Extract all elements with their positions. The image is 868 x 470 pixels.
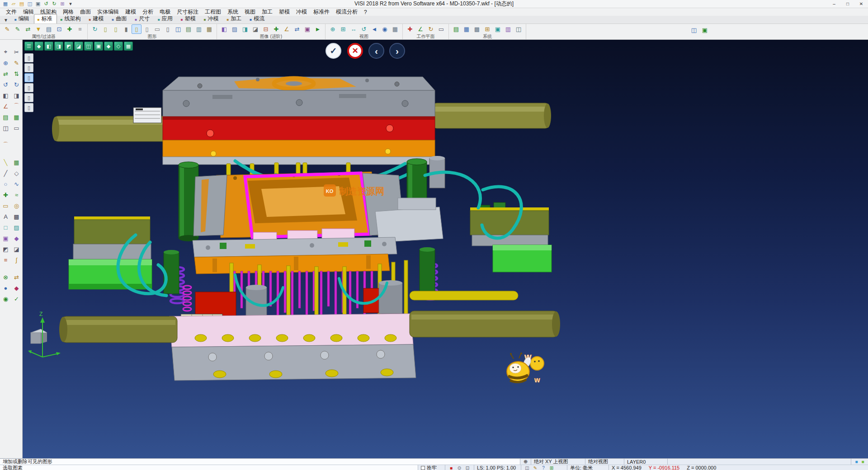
pattern-icon[interactable]: ▨ bbox=[12, 222, 22, 232]
menu-item[interactable]: 塑模 bbox=[276, 8, 293, 16]
view-list-icon[interactable]: ☰ bbox=[24, 42, 33, 51]
top-view-icon[interactable]: ◧ bbox=[44, 42, 53, 51]
corner-icon[interactable]: ◩ bbox=[1, 244, 11, 254]
curve-icon[interactable]: ⌒ bbox=[1, 140, 11, 150]
target-circle-icon[interactable]: ◎ bbox=[12, 201, 22, 211]
edit-element-icon[interactable]: ✎ bbox=[12, 58, 22, 68]
function-icon[interactable]: ∫ bbox=[12, 255, 22, 265]
copy-attributes-icon[interactable]: ✎ bbox=[13, 24, 23, 34]
clipboard-view-5-icon[interactable]: ▯ bbox=[24, 93, 33, 102]
square-icon[interactable]: □ bbox=[1, 222, 11, 232]
selection-filter-icon[interactable]: ⊡ bbox=[54, 24, 64, 34]
right-view-icon[interactable]: ◩ bbox=[64, 42, 73, 51]
hidden-line-mode-icon[interactable]: ▦ bbox=[204, 24, 214, 34]
menu-item[interactable]: 标准件 bbox=[310, 8, 333, 16]
calculator-icon[interactable]: ⊞ bbox=[482, 24, 492, 34]
hide-all-icon[interactable]: ▯ bbox=[163, 24, 173, 34]
ribbon-help-icon[interactable]: ▣ bbox=[700, 25, 710, 35]
print-icon[interactable]: ▣ bbox=[34, 0, 42, 7]
select-icon[interactable]: ⌖ bbox=[1, 47, 11, 57]
ribbon-tab[interactable]: 建模 bbox=[85, 14, 108, 24]
diagonal-line-icon[interactable]: ╱ bbox=[1, 168, 11, 178]
angle-icon[interactable]: ∠ bbox=[1, 101, 11, 111]
capture-status-icon[interactable]: ◫ bbox=[524, 465, 530, 470]
snapshot-icon[interactable]: ▣ bbox=[302, 24, 312, 34]
maximize-button[interactable]: □ bbox=[841, 0, 854, 8]
invert-visibility-icon[interactable]: ▮ bbox=[121, 24, 131, 34]
view-manager-icon[interactable]: ▦ bbox=[390, 24, 400, 34]
hatch-icon[interactable]: ▩ bbox=[12, 212, 22, 221]
chamfer-icon[interactable]: ◪ bbox=[12, 244, 22, 254]
undo-icon[interactable]: ↺ bbox=[42, 0, 50, 7]
copy-rotate-icon[interactable]: ↻ bbox=[12, 80, 22, 89]
quick-access-caret-icon[interactable]: ▾ bbox=[67, 0, 74, 7]
grid-icon[interactable]: ▩ bbox=[472, 24, 482, 34]
pan-icon[interactable]: ↔ bbox=[349, 24, 359, 34]
close-button[interactable]: ✕ bbox=[854, 0, 868, 8]
ribbon-tab[interactable]: 加工 bbox=[223, 14, 246, 24]
gem-icon[interactable]: ◆ bbox=[12, 233, 22, 243]
ribbon-tab[interactable]: 线架构 bbox=[57, 14, 85, 24]
box-icon[interactable]: ▭ bbox=[12, 123, 22, 133]
minimize-ribbon-icon[interactable]: ◫ bbox=[689, 25, 699, 35]
show-selected-bulb-icon[interactable]: ▯ bbox=[111, 24, 121, 34]
left-view-icon[interactable]: ◪ bbox=[74, 42, 83, 51]
solid-fill-icon[interactable]: ▣ bbox=[1, 233, 11, 243]
isolate-icon[interactable]: ◫ bbox=[173, 24, 183, 34]
list-icon[interactable]: ≡ bbox=[1, 255, 11, 265]
match-properties-icon[interactable]: ⇄ bbox=[23, 24, 33, 34]
previous-view-icon[interactable]: ◄ bbox=[369, 24, 379, 34]
lock-toggle[interactable]: 拴牢 bbox=[418, 465, 445, 470]
layers-icon[interactable]: ▤ bbox=[451, 24, 461, 34]
ribbon-tab[interactable]: 塑模 bbox=[177, 14, 200, 24]
ribbon-tab[interactable]: 模流 bbox=[246, 14, 269, 24]
array-icon[interactable]: ⇅ bbox=[12, 69, 22, 79]
snap-settings-icon[interactable]: ▦ bbox=[462, 24, 472, 34]
clipboard-view-4-icon[interactable]: ▯ bbox=[24, 83, 33, 92]
polyline-icon[interactable]: ▦ bbox=[12, 157, 22, 167]
point-plus-icon[interactable]: ✚ bbox=[1, 190, 11, 200]
rotate-view-icon[interactable]: ↺ bbox=[359, 24, 369, 34]
settings-icon[interactable]: ⊞ bbox=[59, 0, 66, 7]
ribbon-tab[interactable]: 冲模 bbox=[200, 14, 223, 24]
rectangle-icon[interactable]: ▭ bbox=[1, 201, 11, 211]
attribute-brush-icon[interactable]: ✚ bbox=[65, 24, 75, 34]
iso-view-2-icon[interactable]: ◆ bbox=[104, 42, 113, 51]
confirm-button[interactable]: ✓ bbox=[326, 43, 341, 59]
view-mode-absolute[interactable]: 绝对视图 bbox=[585, 459, 624, 465]
zoom-fit-icon[interactable]: ⊕ bbox=[328, 24, 338, 34]
front-view-icon[interactable]: ◨ bbox=[54, 42, 63, 51]
shaded-mode-icon[interactable]: ▤ bbox=[184, 24, 193, 34]
node-icon[interactable]: ◆ bbox=[12, 283, 22, 293]
arc-icon[interactable]: ⌒ bbox=[12, 101, 22, 111]
reset-filter-icon[interactable]: ≡ bbox=[75, 24, 85, 34]
stretch-icon[interactable]: ◧ bbox=[1, 90, 11, 100]
menu-item[interactable]: 模流分析 bbox=[333, 8, 361, 16]
help-status-icon[interactable]: ? bbox=[540, 465, 547, 470]
section-view-icon[interactable]: ⊟ bbox=[261, 24, 271, 34]
shaded-cube-icon[interactable]: ▦ bbox=[124, 42, 133, 51]
transparency-icon[interactable]: ◨ bbox=[240, 24, 250, 34]
save-icon[interactable]: ◫ bbox=[26, 0, 33, 7]
workplane-align-icon[interactable]: ∠ bbox=[415, 24, 425, 34]
zoom-indicator-icon[interactable]: ⊙ bbox=[456, 465, 462, 470]
offset-icon[interactable]: ◨ bbox=[12, 90, 22, 100]
add-remove-visible-icon[interactable]: ▯ bbox=[132, 24, 142, 34]
show-window-icon[interactable]: ▭ bbox=[152, 24, 162, 34]
ribbon-tab[interactable]: 尺寸 bbox=[131, 14, 154, 24]
measure-icon[interactable]: ∠ bbox=[282, 24, 292, 34]
clipboard-view-6-icon[interactable]: ▯ bbox=[24, 103, 33, 112]
status-indicator-green-icon[interactable]: ■ bbox=[860, 459, 865, 464]
wave-icon[interactable]: ≈ bbox=[12, 190, 22, 200]
explode-view-icon[interactable]: ✚ bbox=[271, 24, 281, 34]
texture-icon[interactable]: ▨ bbox=[230, 24, 240, 34]
open-file-icon[interactable]: ▤ bbox=[18, 0, 25, 7]
compare-icon[interactable]: ⇄ bbox=[292, 24, 302, 34]
filter-elements-icon[interactable]: ▼ bbox=[33, 24, 43, 34]
bottom-view-icon[interactable]: ▣ bbox=[94, 42, 103, 51]
iso-view-3-icon[interactable]: ◇ bbox=[114, 42, 123, 51]
view-mode-absolute-xy[interactable]: 绝对 XY 上视图 bbox=[531, 459, 585, 465]
mirror-icon[interactable]: ⇄ bbox=[1, 69, 11, 79]
workplane-reset-icon[interactable]: ▭ bbox=[436, 24, 446, 34]
minimize-button[interactable]: – bbox=[827, 0, 841, 8]
